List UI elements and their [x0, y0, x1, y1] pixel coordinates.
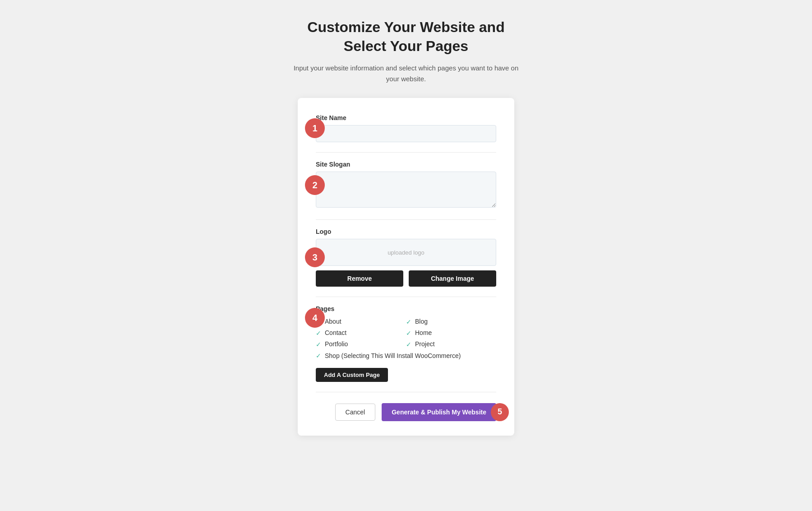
cancel-button[interactable]: Cancel: [335, 404, 376, 421]
page-item-blog[interactable]: ✓ Blog: [406, 318, 496, 325]
pages-section: 4 Pages ✓ About ✓ Blog ✓ Contact ✓ Home: [316, 305, 496, 382]
divider-4: [316, 392, 496, 392]
main-card: 1 Site Name 2 Site Slogan 3 Logo uploade…: [298, 98, 514, 436]
logo-preview-text: uploaded logo: [388, 249, 424, 256]
page-item-contact[interactable]: ✓ Contact: [316, 329, 406, 337]
site-slogan-group: 2 Site Slogan: [316, 161, 496, 209]
pages-grid: ✓ About ✓ Blog ✓ Contact ✓ Home ✓ Portfo…: [316, 318, 496, 348]
card-footer: Cancel Generate & Publish My Website 5: [316, 403, 496, 421]
page-item-portfolio[interactable]: ✓ Portfolio: [316, 340, 406, 348]
page-name-home: Home: [415, 329, 432, 336]
check-icon-contact: ✓: [316, 330, 321, 337]
page-header: Customize Your Website and Select Your P…: [293, 18, 519, 84]
divider-1: [316, 152, 496, 153]
site-name-input[interactable]: [316, 125, 496, 142]
site-slogan-input[interactable]: [316, 172, 496, 208]
logo-buttons: Remove Change Image: [316, 270, 496, 287]
divider-3: [316, 297, 496, 297]
site-slogan-label: Site Slogan: [316, 161, 496, 168]
site-name-group: 1 Site Name: [316, 114, 496, 142]
check-icon-shop: ✓: [316, 352, 321, 359]
page-title: Customize Your Website and Select Your P…: [293, 18, 519, 56]
page-name-portfolio: Portfolio: [325, 340, 348, 348]
step-badge-1: 1: [305, 118, 325, 138]
step-badge-4: 4: [305, 308, 325, 328]
logo-group: 3 Logo uploaded logo Remove Change Image: [316, 228, 496, 287]
publish-button[interactable]: Generate & Publish My Website: [382, 403, 496, 421]
change-image-button[interactable]: Change Image: [409, 270, 496, 287]
page-item-home[interactable]: ✓ Home: [406, 329, 496, 337]
page-name-contact: Contact: [325, 329, 346, 336]
divider-2: [316, 219, 496, 220]
page-subtitle: Input your website information and selec…: [293, 63, 519, 84]
logo-label: Logo: [316, 228, 496, 235]
page-item-shop[interactable]: ✓ Shop (Selecting This Will Install WooC…: [316, 352, 496, 361]
check-icon-home: ✓: [406, 330, 411, 337]
page-item-project[interactable]: ✓ Project: [406, 340, 496, 348]
site-name-label: Site Name: [316, 114, 496, 121]
page-name-about: About: [325, 318, 341, 325]
logo-preview: uploaded logo: [316, 239, 496, 266]
step-badge-5: 5: [491, 403, 509, 421]
step-badge-3: 3: [305, 247, 325, 267]
page-name-project: Project: [415, 340, 435, 348]
pages-label: Pages: [316, 305, 496, 312]
page-name-blog: Blog: [415, 318, 428, 325]
page-name-shop: Shop (Selecting This Will Install WooCom…: [325, 352, 461, 361]
check-icon-portfolio: ✓: [316, 341, 321, 348]
page-item-about[interactable]: ✓ About: [316, 318, 406, 325]
remove-button[interactable]: Remove: [316, 270, 403, 287]
add-custom-page-button[interactable]: Add A Custom Page: [316, 368, 388, 382]
check-icon-project: ✓: [406, 341, 411, 348]
step-badge-2: 2: [305, 175, 325, 195]
check-icon-blog: ✓: [406, 318, 411, 325]
